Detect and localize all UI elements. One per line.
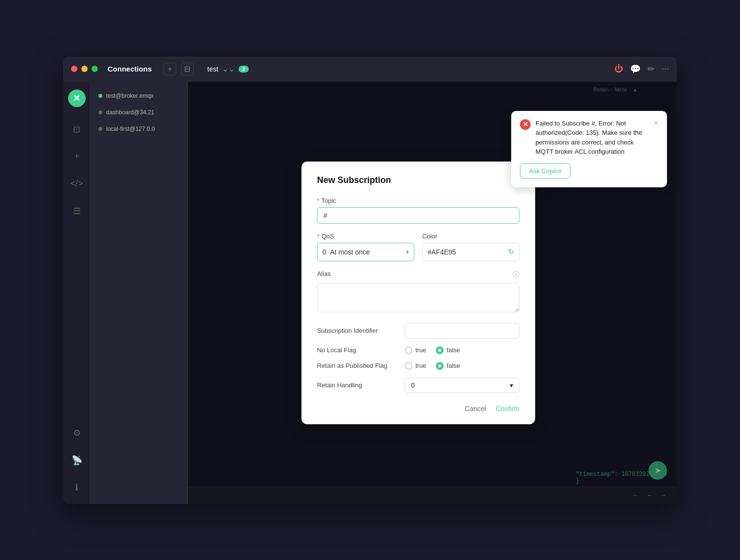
alias-label-row: Alias ⓘ [317,270,519,280]
sidebar-item-code[interactable]: </> [68,175,86,193]
no-local-false-option[interactable]: false [436,346,460,354]
sidebar-item-add[interactable]: + [68,148,86,165]
retain-handling-value: 0 [411,381,415,389]
close-button[interactable] [71,66,77,72]
sidebar-item-connections[interactable]: ⊡ [68,121,86,138]
title-bar-icons: + ⊟ [164,63,194,75]
retain-published-true-label: true [415,362,426,369]
retain-published-false-label: false [447,362,460,369]
retain-published-flag-label: Retain as Published Flag [317,362,405,369]
no-local-false-radio[interactable] [436,346,444,354]
qos-number: 0 [322,248,326,256]
split-view-icon[interactable]: ⊟ [181,63,194,75]
retain-published-options: true false [405,362,460,370]
tab-chevron-icon[interactable]: ⌄⌄ [222,64,235,73]
topic-label: * Topic [317,197,519,204]
retain-published-false-radio[interactable] [436,362,444,370]
sidebar-item-settings[interactable]: ⚙ [68,424,86,442]
sidebar-item-info[interactable]: ℹ [68,479,86,496]
retain-published-false-option[interactable]: false [436,362,460,370]
error-header: ✕ Failed to Subscribe #, Error: Not auth… [520,119,658,157]
modal-title: New Subscription [317,175,519,185]
qos-chevron-icon: ▾ [406,249,409,255]
color-group: Color #AF4E95 ↻ [422,233,519,261]
color-hex-value: #AF4E95 [427,248,508,256]
minimize-button[interactable] [81,66,88,72]
no-local-false-label: false [447,346,460,354]
error-message: Failed to Subscribe #, Error: Not author… [536,119,649,157]
connection-status-dot [98,127,102,131]
connection-item-test[interactable]: test@broker.emqx [91,88,187,104]
subscription-id-label: Subscription Identifier [317,327,405,334]
alias-input[interactable] [317,283,519,312]
main-area: ✕ ⊡ + </> ☰ ⚙ 📡 ℹ test@broker.emqx dashb… [63,82,677,504]
topic-input[interactable] [317,207,519,224]
app-window: Connections + ⊟ test ⌄⌄ 2 ⏻ 💬 ✏ ··· ✕ ⊡ … [63,56,677,504]
more-icon[interactable]: ··· [662,64,669,74]
qos-required-star: * [317,233,319,240]
connection-item-dashboard[interactable]: dashboard@34.21 [91,104,187,121]
tab-badge: 2 [239,66,248,72]
connection-status-dot [98,110,102,114]
traffic-lights [71,66,98,72]
chat-icon[interactable]: 💬 [630,64,641,74]
tab-area: test ⌄⌄ 2 [207,64,609,73]
logo: ✕ [68,90,86,107]
retain-published-true-option[interactable]: true [405,362,426,370]
retain-published-flag-row: Retain as Published Flag true false [317,362,519,370]
color-label: Color [422,233,519,240]
alias-group: Alias ⓘ [317,270,519,314]
qos-select[interactable]: 0 At most once ▾ [317,243,414,261]
modal-footer: Cancel Confirm [317,405,519,413]
error-notification: ✕ Failed to Subscribe #, Error: Not auth… [511,111,667,187]
retain-published-true-radio[interactable] [405,362,412,370]
cancel-button[interactable]: Cancel [465,405,486,413]
no-local-true-radio[interactable] [405,346,412,354]
title-bar-right: ⏻ 💬 ✏ ··· [614,64,669,74]
confirm-button[interactable]: Confirm [496,405,519,413]
connection-name: dashboard@34.21 [106,109,154,116]
connections-title: Connections [108,65,152,73]
error-icon: ✕ [520,119,531,130]
error-close-button[interactable]: × [654,119,658,127]
subscription-id-row: Subscription Identifier [317,323,519,339]
no-local-true-label: true [415,346,426,354]
power-icon[interactable]: ⏻ [614,64,623,74]
subscription-id-input[interactable] [405,323,519,339]
topic-group: * Topic [317,197,519,224]
qos-label: * QoS [317,233,414,240]
connection-status-dot [98,94,102,98]
no-local-flag-options: true false [405,346,460,354]
edit-icon[interactable]: ✏ [648,64,655,74]
alias-label: Alias [317,270,331,277]
tab-name[interactable]: test [207,65,219,73]
qos-text: At most once [330,248,406,256]
title-bar: Connections + ⊟ test ⌄⌄ 2 ⏻ 💬 ✏ ··· [63,56,677,82]
sidebar: ✕ ⊡ + </> ☰ ⚙ 📡 ℹ [63,82,91,504]
alias-info-icon[interactable]: ⓘ [513,271,519,279]
add-tab-icon[interactable]: + [164,63,176,75]
sidebar-item-list[interactable]: ☰ [68,202,86,220]
connection-name: local-first@127.0.0 [106,126,155,132]
retain-handling-label: Retain Handling [317,381,405,389]
connection-item-local[interactable]: local-first@127.0.0 [91,121,187,137]
qos-color-row: * QoS 0 At most once ▾ Color [317,233,519,261]
retain-handling-select[interactable]: 0 ▾ [405,378,519,393]
color-refresh-icon[interactable]: ↻ [508,247,514,256]
connection-name: test@broker.emqx [106,92,154,99]
workspace: "timestamp": 1678339200000 } Retain Meta… [188,82,677,504]
sidebar-item-antenna[interactable]: 📡 [68,452,86,469]
color-input-wrapper: #AF4E95 ↻ [422,243,519,261]
maximize-button[interactable] [92,66,98,72]
no-local-true-option[interactable]: true [405,346,426,354]
qos-group: * QoS 0 At most once ▾ [317,233,414,261]
retain-handling-chevron-icon: ▾ [510,381,513,389]
no-local-flag-row: No Local Flag true false [317,346,519,354]
new-subscription-modal: New Subscription * Topic * [301,162,535,424]
no-local-flag-label: No Local Flag [317,346,405,354]
connection-list: test@broker.emqx dashboard@34.21 local-f… [91,82,188,504]
ask-copilot-button[interactable]: Ask Copilot [520,163,571,179]
retain-handling-row: Retain Handling 0 ▾ [317,378,519,393]
required-star: * [317,197,319,204]
